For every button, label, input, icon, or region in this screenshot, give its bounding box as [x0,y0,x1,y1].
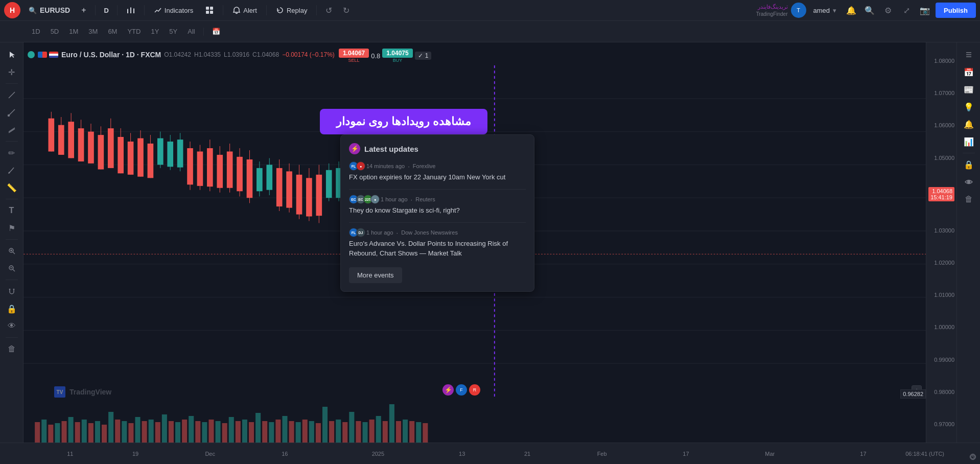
pencil-tool[interactable]: ✏ [4,145,20,161]
svg-line-11 [9,109,15,115]
undo-button[interactable]: ↺ [321,3,336,18]
ray-tool[interactable] [4,104,20,121]
tf-6m[interactable]: 6M [104,26,121,37]
timeframe-display[interactable]: D [100,3,112,17]
chart-type-button[interactable] [122,3,140,18]
svg-rect-143 [155,422,160,443]
chart-area[interactable]: Euro / U.S. Dollar · 1D · FXCM O1.04242 … [24,42,956,443]
redo-button[interactable]: ↻ [338,3,354,18]
popup-title: Latest updates [364,145,418,153]
right-calendar[interactable]: 📅 [961,64,977,80]
svg-rect-142 [149,420,154,443]
right-ideas[interactable]: 💡 [961,99,977,115]
tf-calendar[interactable]: 📅 [208,26,224,37]
svg-rect-134 [95,421,100,443]
right-chart-props[interactable]: 📊 [961,133,977,150]
right-toolbar: تریدینگ‌فایندر TradingFinder T amed ▾ 🔔 … [756,3,976,18]
user-account[interactable]: amed ▾ [809,7,841,14]
indicators-button[interactable]: Indicators [149,3,198,18]
svg-line-190 [973,457,974,457]
sell-price[interactable]: 1.04067 [339,49,369,58]
alert-button[interactable]: Alert [227,3,262,18]
svg-rect-168 [322,407,328,443]
ohlc-close: C1.04068 [252,51,279,58]
source-dot: ● [356,161,365,171]
svg-rect-127 [48,425,53,443]
lock-tool[interactable]: 🔒 [4,300,20,317]
tf-separator [203,28,204,36]
price-scale: 1.08000 1.07000 1.06000 1.05000 1.04068 … [926,42,956,443]
event-icon-1[interactable]: F [456,384,467,396]
templates-button[interactable] [200,3,219,18]
right-alert[interactable]: 🔔 [961,116,977,132]
right-delete[interactable]: 🗑 [961,191,977,207]
crosshair-tool[interactable]: ✛ [4,64,20,80]
tf-5d[interactable]: 5D [46,26,63,37]
price-level-3: 1.06000 [928,122,954,128]
news-headline-1[interactable]: FX option expiries for 22 January 10am N… [349,173,526,182]
source-dj: DJ [356,228,365,237]
news-headline-2[interactable]: They do know Stargate is sci-fi, right? [349,206,526,215]
delete-tool[interactable]: 🗑 [4,341,20,357]
svg-rect-1 [127,9,128,9]
trend-line-tool[interactable] [4,87,20,103]
event-icon-2[interactable]: R [469,384,480,396]
settings-button[interactable]: ⚙ [880,3,896,18]
svg-rect-3 [130,7,131,8]
more-events-button[interactable]: More events [349,267,402,283]
tf-1y[interactable]: 1Y [147,26,163,37]
cursor-tool[interactable] [4,47,20,63]
tf-1m[interactable]: 1M [65,26,82,37]
screenshot-button[interactable]: 📷 [917,3,932,18]
price-level-2: 1.07000 [928,90,954,96]
eye-tool[interactable]: 👁 [4,318,20,334]
add-chart-button[interactable]: + [76,3,91,18]
svg-rect-164 [296,422,301,443]
news-headline-3[interactable]: Euro's Advance Vs. Dollar Points to Incr… [349,239,526,258]
news-popup: ⚡ Latest updates FL ● 14 minutes ago · F… [340,134,534,292]
svg-point-12 [8,115,9,117]
lot-selector[interactable]: ✓1 [415,52,432,60]
symbol-search[interactable]: 🔍 EURUSD [25,3,74,18]
magnet-tool[interactable] [4,283,20,299]
broker-icon[interactable]: T [791,3,806,18]
right-watchlist[interactable] [961,47,977,63]
ohlc-low: L1.03916 [224,51,249,58]
svg-rect-181 [409,421,414,443]
right-news[interactable]: 📰 [961,81,977,98]
tf-5y[interactable]: 5Y [165,26,181,37]
right-eye[interactable] [961,174,977,190]
svg-rect-172 [349,412,354,443]
brush-tool[interactable] [4,162,20,178]
notification-bell[interactable]: 🔔 [844,3,859,18]
symbol-display: EURUSD [40,6,70,14]
popup-lightning-icon: ⚡ [349,143,360,154]
replay-button[interactable]: Replay [271,3,312,18]
channel-tool[interactable] [4,122,20,138]
svg-rect-139 [128,423,133,443]
tf-1d[interactable]: 1D [28,26,44,37]
app-logo[interactable]: H [4,2,20,18]
utc-time: 06:18:41 (UTC) [905,451,944,457]
tf-3m[interactable]: 3M [84,26,102,37]
tf-all[interactable]: All [183,26,199,37]
measure-tool[interactable]: 📏 [4,179,20,196]
text-tool[interactable]: T [4,202,20,219]
buy-price[interactable]: 1.04075 [382,49,412,58]
price-level-6: 1.02000 [928,260,954,266]
svg-rect-166 [309,421,314,443]
fullscreen-button[interactable]: ⤢ [899,3,914,18]
event-icon-lightning[interactable]: ⚡ [442,384,454,396]
time-label-16: 16 [282,451,288,457]
zoom-in-tool[interactable] [4,243,20,259]
flag-tool[interactable]: ⚑ [4,220,20,236]
right-lock[interactable]: 🔒 [961,156,977,173]
svg-rect-152 [216,421,221,443]
publish-button[interactable]: Publish [936,3,976,18]
broker-name[interactable]: تریدینگ‌فایندر TradingFinder [756,3,788,17]
timezone-icon[interactable] [970,454,976,460]
search-global[interactable]: 🔍 [862,3,877,18]
zoom-out-tool[interactable] [4,260,20,276]
svg-rect-160 [269,422,274,443]
tf-ytd[interactable]: YTD [123,26,145,37]
